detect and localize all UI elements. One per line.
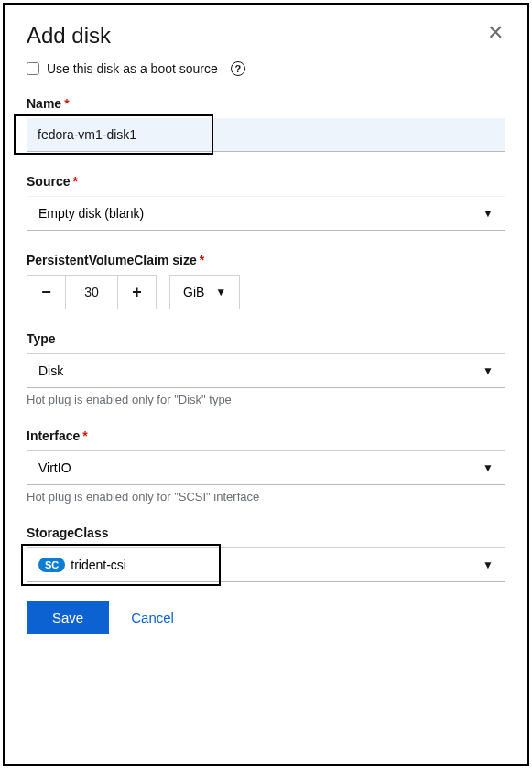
stepper-minus-button[interactable]: −: [27, 276, 66, 309]
minus-icon: −: [41, 283, 51, 302]
source-value: Empty disk (blank): [38, 206, 144, 221]
caret-down-icon: ▼: [483, 364, 494, 377]
name-input[interactable]: [27, 118, 505, 152]
source-select[interactable]: Empty disk (blank) ▼: [27, 196, 505, 231]
modal-header: Add disk ✕: [27, 23, 505, 49]
required-asterisk: *: [82, 428, 87, 443]
caret-down-icon: ▼: [483, 558, 494, 571]
pvc-size-group: PersistentVolumeClaim size* − + GiB ▼: [27, 253, 505, 309]
source-label: Source*: [27, 174, 505, 189]
storage-class-label: StorageClass: [27, 525, 505, 540]
boot-source-label: Use this disk as a boot source: [47, 61, 218, 76]
type-group: Type Disk ▼ Hot plug is enabled only for…: [27, 331, 505, 406]
size-value-input[interactable]: [66, 276, 117, 309]
type-select[interactable]: Disk ▼: [27, 353, 505, 388]
interface-helper: Hot plug is enabled only for "SCSI" inte…: [27, 490, 505, 504]
boot-source-row: Use this disk as a boot source ?: [27, 61, 505, 76]
cancel-button[interactable]: Cancel: [131, 610, 174, 625]
name-group: Name*: [27, 96, 505, 152]
name-label: Name*: [27, 96, 505, 111]
type-helper: Hot plug is enabled only for "Disk" type: [27, 393, 505, 406]
interface-label: Interface*: [27, 428, 505, 443]
type-value: Disk: [38, 363, 63, 378]
caret-down-icon: ▼: [483, 461, 494, 474]
required-asterisk: *: [64, 96, 69, 111]
unit-select[interactable]: GiB ▼: [169, 275, 240, 309]
type-label: Type: [27, 331, 505, 346]
actions-row: Save Cancel: [27, 601, 505, 634]
interface-value: VirtIO: [38, 460, 71, 475]
add-disk-modal: Add disk ✕ Use this disk as a boot sourc…: [3, 3, 529, 766]
interface-select[interactable]: VirtIO ▼: [27, 450, 505, 485]
close-button[interactable]: ✕: [485, 23, 505, 43]
required-asterisk: *: [200, 253, 204, 267]
interface-group: Interface* VirtIO ▼ Hot plug is enabled …: [27, 428, 505, 504]
save-button[interactable]: Save: [27, 601, 109, 634]
storage-class-select[interactable]: SC trident-csi ▼: [27, 547, 505, 582]
required-asterisk: *: [72, 174, 77, 189]
caret-down-icon: ▼: [215, 286, 226, 298]
unit-value: GiB: [183, 285, 204, 299]
sc-badge: SC: [38, 558, 65, 572]
size-stepper: − +: [27, 275, 157, 309]
pvc-size-label: PersistentVolumeClaim size*: [27, 253, 505, 267]
storage-class-group: StorageClass SC trident-csi ▼: [27, 525, 505, 582]
source-group: Source* Empty disk (blank) ▼: [27, 174, 505, 231]
modal-title: Add disk: [27, 23, 111, 49]
help-icon[interactable]: ?: [231, 61, 245, 76]
plus-icon: +: [132, 283, 142, 302]
boot-source-checkbox[interactable]: [27, 62, 39, 75]
stepper-plus-button[interactable]: +: [117, 276, 156, 309]
caret-down-icon: ▼: [483, 207, 494, 220]
storage-class-value: trident-csi: [71, 558, 126, 572]
close-icon: ✕: [487, 21, 504, 44]
